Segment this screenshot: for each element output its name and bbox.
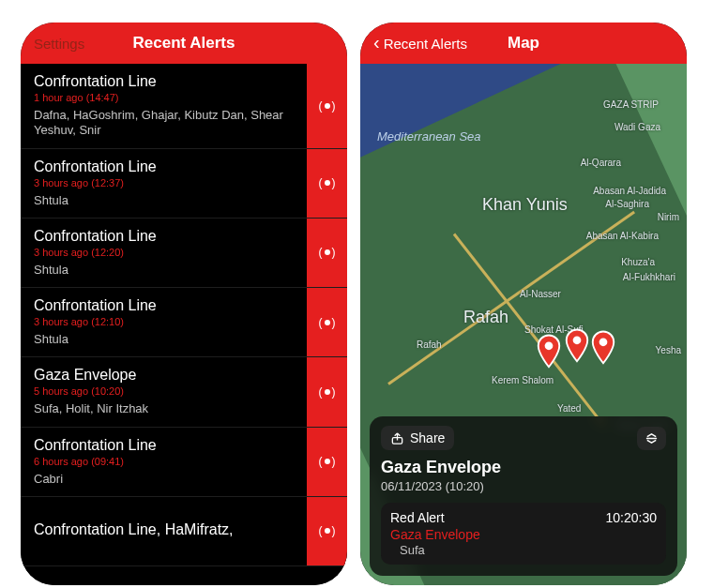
broadcast-icon: (): [319, 385, 336, 399]
alert-row[interactable]: Confrontation Line 6 hours ago (09:41) C…: [21, 428, 347, 497]
alert-subcard[interactable]: Red Alert 10:20:30 Gaza Envelope Sufa: [381, 503, 666, 565]
alert-action-button[interactable]: (): [306, 64, 347, 148]
nav-bar: Settings Recent Alerts: [21, 23, 347, 64]
alert-action-button[interactable]: (): [306, 149, 347, 218]
page-title: Map: [508, 34, 539, 53]
card-datetime: 06/11/2023 (10:20): [381, 479, 666, 493]
alert-title: Confrontation Line: [34, 437, 293, 454]
alert-locations: Sufa, Holit, Nir Itzhak: [34, 401, 293, 416]
broadcast-icon: (): [319, 455, 336, 468]
alert-row[interactable]: Confrontation Line 3 hours ago (12:37) S…: [21, 149, 347, 219]
alert-time: 3 hours ago (12:10): [34, 316, 293, 327]
sea-label: Mediterranean Sea: [377, 129, 481, 143]
broadcast-icon: (): [319, 316, 336, 329]
alert-action-button[interactable]: (): [306, 219, 347, 287]
card-title: Gaza Envelope: [381, 458, 666, 477]
alert-row[interactable]: Confrontation Line 3 hours ago (12:10) S…: [21, 288, 347, 357]
alert-time: 3 hours ago (12:37): [34, 177, 293, 188]
map-label-saghira: Al-Saghira: [605, 199, 649, 209]
alert-time: 5 hours ago (10:20): [34, 385, 293, 397]
alert-locations: Shtula: [34, 193, 293, 208]
back-button[interactable]: ‹ Recent Alerts: [373, 35, 467, 52]
map-label-rafah-sm: Rafah: [417, 339, 442, 350]
alert-locations: Cabri: [34, 472, 293, 487]
share-button[interactable]: Share: [381, 426, 454, 450]
map-label-fukhkhari: Al-Fukhkhari: [623, 272, 675, 282]
svg-point-0: [545, 341, 554, 350]
map-label-nasser: Al-Nasser: [520, 289, 561, 299]
map-pin-icon[interactable]: [535, 334, 563, 369]
settings-button[interactable]: Settings: [34, 36, 84, 52]
alert-locations: Shtula: [34, 263, 293, 278]
alert-row[interactable]: Confrontation Line, HaMifratz, (): [21, 497, 347, 566]
map-label-rafah-big: Rafah: [463, 308, 508, 327]
broadcast-icon: (): [319, 99, 336, 113]
svg-point-1: [573, 336, 582, 344]
alert-title: Confrontation Line: [34, 73, 293, 90]
map-label-gaza-strip: GAZA STRIP: [603, 99, 659, 110]
map-screen: ‹ Recent Alerts Map Mediterranean Sea GA…: [360, 23, 687, 585]
alert-time: 10:20:30: [606, 510, 658, 525]
alert-region: Gaza Envelope: [390, 527, 657, 542]
map-label-abasan-j: Abasan Al-Jadida: [593, 186, 666, 196]
page-title: Recent Alerts: [133, 34, 235, 53]
alerts-list-screen: Settings Recent Alerts Confrontation Lin…: [21, 23, 347, 585]
alert-time: 6 hours ago (09:41): [34, 456, 293, 467]
alert-time: 1 hour ago (14:47): [34, 92, 293, 103]
alert-action-button[interactable]: (): [306, 428, 347, 496]
nav-bar: ‹ Recent Alerts Map: [360, 23, 687, 64]
alert-title: Confrontation Line, HaMifratz,: [34, 521, 293, 538]
alert-detail-card: Share Gaza Envelope 06/11/2023 (10:20) R…: [370, 416, 677, 576]
map-pin-icon[interactable]: [563, 328, 591, 364]
map-label-abasan-k: Abasan Al-Kabira: [586, 231, 659, 241]
alert-locations: Shtula: [34, 332, 293, 347]
collapse-button[interactable]: [637, 427, 666, 450]
alert-title: Confrontation Line: [34, 158, 293, 175]
map-label-nirim: Nirim: [658, 212, 679, 222]
alert-action-button[interactable]: (): [306, 357, 347, 426]
alert-action-button[interactable]: (): [306, 288, 347, 356]
collapse-icon: [645, 431, 659, 445]
alert-title: Confrontation Line: [34, 228, 293, 245]
alert-row[interactable]: Gaza Envelope 5 hours ago (10:20) Sufa, …: [21, 357, 347, 427]
map-label-qarara: Al-Qarara: [581, 158, 621, 168]
map-label-yesha: Yesha: [656, 345, 681, 355]
broadcast-icon: (): [319, 246, 336, 259]
share-label: Share: [410, 430, 445, 445]
map-label-khan-yunis: Khan Yunis: [482, 195, 568, 215]
share-icon: [390, 431, 404, 445]
alert-type: Red Alert: [390, 510, 445, 525]
alert-locations: Dafna, HaGoshrim, Ghajar, Kibutz Dan, Sh…: [34, 108, 293, 139]
map-label-yated: Yated: [557, 403, 581, 414]
alert-title: Confrontation Line: [34, 297, 293, 314]
map-label-wadi: Wadi Gaza: [614, 122, 660, 132]
map-pin-icon[interactable]: [589, 330, 617, 366]
map-label-khuzaa: Khuza'a: [621, 257, 655, 267]
alert-title: Gaza Envelope: [34, 367, 293, 384]
chevron-left-icon: ‹: [373, 33, 380, 52]
map[interactable]: Mediterranean Sea GAZA STRIP Wadi Gaza A…: [360, 64, 687, 585]
settings-label: Settings: [34, 36, 84, 52]
alert-row[interactable]: Confrontation Line 1 hour ago (14:47) Da…: [21, 64, 347, 149]
alerts-list[interactable]: Confrontation Line 1 hour ago (14:47) Da…: [21, 64, 347, 585]
alert-action-button[interactable]: (): [306, 497, 347, 565]
broadcast-icon: (): [319, 524, 336, 537]
broadcast-icon: (): [319, 176, 336, 189]
alert-time: 3 hours ago (12:20): [34, 247, 293, 258]
map-label-kerem: Kerem Shalom: [492, 375, 554, 385]
alert-location: Sufa: [390, 543, 657, 557]
svg-point-2: [599, 338, 608, 346]
back-label: Recent Alerts: [384, 36, 467, 52]
alert-row[interactable]: Confrontation Line 3 hours ago (12:20) S…: [21, 219, 347, 288]
